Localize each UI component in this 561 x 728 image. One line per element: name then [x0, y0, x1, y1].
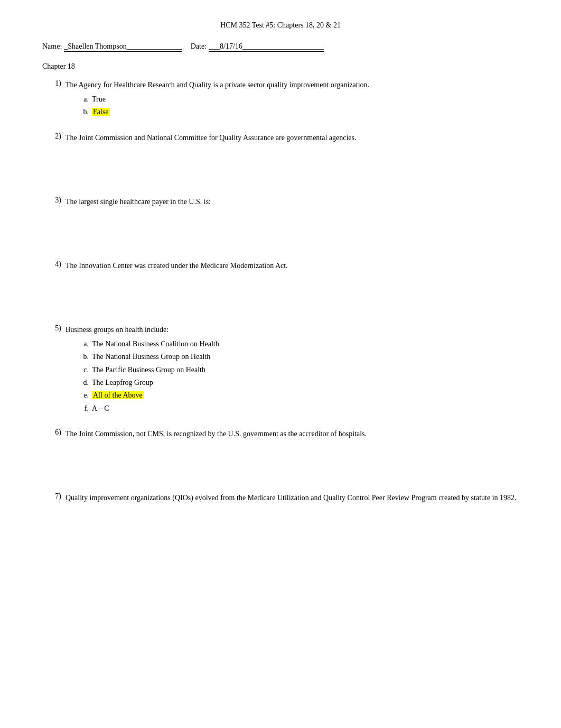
question-item: 6)The Joint Commission, not CMS, is reco… — [42, 428, 519, 443]
name-date-row: Name: _Shaellen Thompson_______________ … — [42, 42, 519, 52]
answer-text: The Pacific Business Group on Health — [92, 364, 519, 376]
answer-item: a.True — [76, 94, 519, 105]
question-text: The Joint Commission, not CMS, is recogn… — [66, 428, 519, 439]
spacer — [42, 287, 519, 324]
question-number: 2) — [42, 132, 61, 141]
spacer — [42, 159, 519, 196]
question-text: The Innovation Center was created under … — [66, 260, 519, 271]
question-item: 5)Business groups on health include:a.Th… — [42, 324, 519, 416]
spacer — [42, 455, 519, 492]
question-item: 7)Quality improvement organizations (QIO… — [42, 492, 519, 506]
question-number: 3) — [42, 196, 61, 205]
question-content: The largest single healthcare payer in t… — [66, 196, 519, 210]
question-content: The Joint Commission, not CMS, is recogn… — [66, 428, 519, 443]
answer-letter: c. — [76, 364, 89, 376]
answer-letter: a. — [76, 338, 89, 350]
question-content: Quality improvement organizations (QIOs)… — [66, 492, 519, 506]
answer-text: The Leapfrog Group — [92, 377, 519, 389]
name-value: _Shaellen Thompson_______________ — [64, 42, 182, 52]
answer-text: All of the Above — [92, 390, 519, 401]
question-content: Business groups on health include:a.The … — [66, 324, 519, 416]
page-title: HCM 352 Test #5: Chapters 18, 20 & 21 — [42, 21, 519, 30]
answer-item: c.The Pacific Business Group on Health — [76, 364, 519, 376]
question-text: Business groups on health include: — [66, 324, 519, 335]
answer-letter: b. — [76, 106, 89, 118]
questions-list: 1)The Agency for Healthcare Research and… — [42, 79, 519, 506]
question-number: 4) — [42, 260, 61, 269]
answer-item: b.False — [76, 106, 519, 118]
question-item: 1)The Agency for Healthcare Research and… — [42, 79, 519, 119]
answer-text: The National Business Group on Health — [92, 351, 519, 363]
answer-item: a.The National Business Coalition on Hea… — [76, 338, 519, 350]
answer-text: False — [92, 106, 519, 118]
spacer — [42, 223, 519, 260]
answer-text: The National Business Coalition on Healt… — [92, 338, 519, 350]
answer-letter: a. — [76, 94, 89, 105]
answer-text: True — [92, 94, 519, 105]
question-number: 6) — [42, 428, 61, 437]
question-text: The Joint Commission and National Commit… — [66, 132, 519, 143]
question-content: The Joint Commission and National Commit… — [66, 132, 519, 146]
question-text: The Agency for Healthcare Research and Q… — [66, 79, 519, 90]
question-text: The largest single healthcare payer in t… — [66, 196, 519, 207]
name-label: Name: — [42, 42, 62, 51]
question-item: 3)The largest single healthcare payer in… — [42, 196, 519, 210]
answer-item: b.The National Business Group on Health — [76, 351, 519, 363]
answer-item: d.The Leapfrog Group — [76, 377, 519, 389]
question-number: 7) — [42, 492, 61, 501]
date-value: ___8/17/16______________________ — [209, 42, 324, 52]
answer-text: A – C — [92, 403, 519, 414]
answer-letter: d. — [76, 377, 89, 389]
question-content: The Innovation Center was created under … — [66, 260, 519, 274]
answer-letter: b. — [76, 351, 89, 363]
question-number: 5) — [42, 324, 61, 333]
question-item: 4)The Innovation Center was created unde… — [42, 260, 519, 274]
answer-item: f.A – C — [76, 403, 519, 414]
answer-letter: e. — [76, 390, 89, 401]
date-label: Date: — [191, 42, 207, 51]
question-content: The Agency for Healthcare Research and Q… — [66, 79, 519, 119]
answer-letter: f. — [76, 403, 89, 414]
answer-list: a.Trueb.False — [76, 94, 519, 118]
chapter-heading: Chapter 18 — [42, 62, 519, 71]
question-item: 2)The Joint Commission and National Comm… — [42, 132, 519, 146]
question-number: 1) — [42, 79, 61, 88]
answer-item: e.All of the Above — [76, 390, 519, 401]
question-text: Quality improvement organizations (QIOs)… — [66, 492, 519, 503]
answer-list: a.The National Business Coalition on Hea… — [76, 338, 519, 414]
